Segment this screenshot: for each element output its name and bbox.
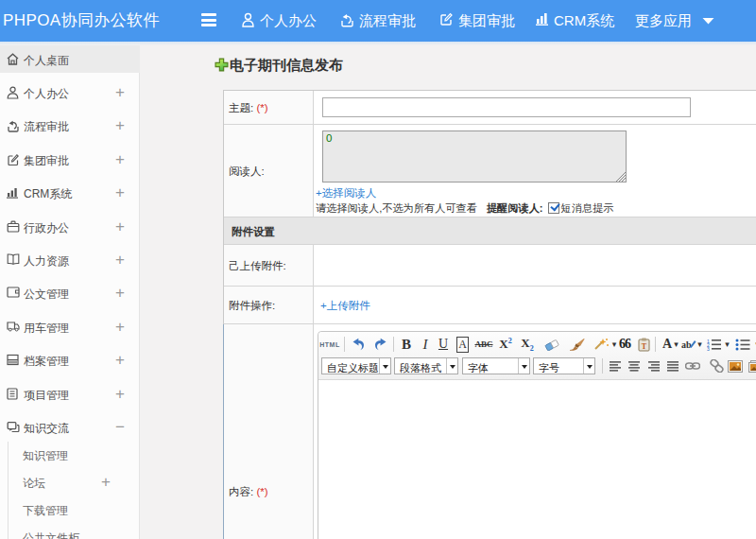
svg-text:T: T (641, 341, 646, 350)
svg-text:3: 3 (707, 346, 710, 351)
svg-text:ab: ab (681, 339, 692, 350)
